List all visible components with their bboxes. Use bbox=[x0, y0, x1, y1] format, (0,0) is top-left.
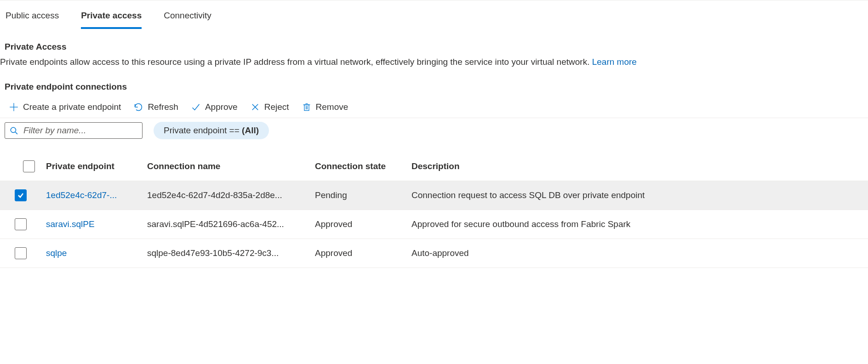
row-checkbox[interactable] bbox=[15, 218, 27, 230]
connection-name: sqlpe-8ed47e93-10b5-4272-9c3... bbox=[147, 248, 315, 258]
toolbar: Create a private endpoint Refresh Approv… bbox=[0, 97, 868, 118]
subsection-title: Private endpoint connections bbox=[0, 69, 868, 97]
tab-public-access[interactable]: Public access bbox=[6, 11, 59, 29]
svg-point-9 bbox=[11, 127, 16, 132]
filter-pill-private-endpoint[interactable]: Private endpoint == (All) bbox=[154, 122, 269, 139]
approve-button[interactable]: Approve bbox=[191, 102, 238, 112]
row-description: Auto-approved bbox=[411, 248, 733, 258]
x-icon bbox=[251, 102, 260, 112]
tab-connectivity[interactable]: Connectivity bbox=[164, 11, 211, 29]
refresh-button[interactable]: Refresh bbox=[134, 102, 178, 112]
row-checkbox[interactable] bbox=[15, 189, 27, 201]
checkmark-icon bbox=[17, 192, 24, 199]
endpoint-link[interactable]: saravi.sqlPE bbox=[46, 219, 147, 229]
refresh-icon bbox=[134, 102, 143, 112]
svg-rect-4 bbox=[304, 105, 309, 111]
filter-by-name-input[interactable] bbox=[23, 125, 137, 136]
learn-more-link[interactable]: Learn more bbox=[592, 57, 637, 67]
check-icon bbox=[191, 102, 200, 112]
svg-line-10 bbox=[15, 132, 17, 134]
remove-label: Remove bbox=[316, 102, 348, 112]
table-row[interactable]: 1ed52e4c-62d7-... 1ed52e4c-62d7-4d2d-835… bbox=[0, 181, 868, 210]
connection-state: Pending bbox=[315, 190, 411, 200]
trash-icon bbox=[302, 102, 311, 112]
endpoint-link[interactable]: sqlpe bbox=[46, 248, 147, 258]
header-connection-name[interactable]: Connection name bbox=[147, 161, 315, 171]
search-icon bbox=[10, 126, 18, 135]
refresh-label: Refresh bbox=[148, 102, 178, 112]
section-title: Private Access bbox=[0, 42, 868, 56]
row-checkbox[interactable] bbox=[15, 247, 27, 259]
section-description: Private endpoints allow access to this r… bbox=[0, 56, 868, 69]
select-all-checkbox[interactable] bbox=[23, 160, 35, 172]
filter-row: Private endpoint == (All) bbox=[0, 118, 868, 143]
header-checkbox-cell bbox=[5, 160, 46, 172]
approve-label: Approve bbox=[205, 102, 238, 112]
filter-pill-value: (All) bbox=[242, 125, 259, 135]
plus-icon bbox=[9, 102, 18, 112]
create-label: Create a private endpoint bbox=[23, 102, 121, 112]
endpoint-link[interactable]: 1ed52e4c-62d7-... bbox=[46, 190, 147, 200]
endpoint-table: Private endpoint Connection name Connect… bbox=[0, 152, 868, 268]
row-description: Approved for secure outbound access from… bbox=[411, 219, 733, 229]
header-private-endpoint[interactable]: Private endpoint bbox=[46, 161, 147, 171]
search-box[interactable] bbox=[5, 122, 143, 139]
connection-name: saravi.sqlPE-4d521696-ac6a-452... bbox=[147, 219, 315, 229]
tabs-row: Public access Private access Connectivit… bbox=[0, 2, 868, 29]
reject-button[interactable]: Reject bbox=[251, 102, 289, 112]
filter-pill-prefix: Private endpoint == bbox=[164, 125, 242, 135]
table-row[interactable]: saravi.sqlPE saravi.sqlPE-4d521696-ac6a-… bbox=[0, 210, 868, 239]
header-description[interactable]: Description bbox=[411, 161, 733, 171]
connection-name: 1ed52e4c-62d7-4d2d-835a-2d8e... bbox=[147, 190, 315, 200]
create-private-endpoint-button[interactable]: Create a private endpoint bbox=[9, 102, 121, 112]
tab-private-access[interactable]: Private access bbox=[81, 11, 142, 29]
section-description-text: Private endpoints allow access to this r… bbox=[0, 57, 592, 67]
reject-label: Reject bbox=[264, 102, 289, 112]
header-connection-state[interactable]: Connection state bbox=[315, 161, 411, 171]
row-description: Connection request to access SQL DB over… bbox=[411, 190, 733, 200]
remove-button[interactable]: Remove bbox=[302, 102, 348, 112]
table-row[interactable]: sqlpe sqlpe-8ed47e93-10b5-4272-9c3... Ap… bbox=[0, 239, 868, 268]
connection-state: Approved bbox=[315, 248, 411, 258]
table-header-row: Private endpoint Connection name Connect… bbox=[0, 152, 868, 181]
connection-state: Approved bbox=[315, 219, 411, 229]
